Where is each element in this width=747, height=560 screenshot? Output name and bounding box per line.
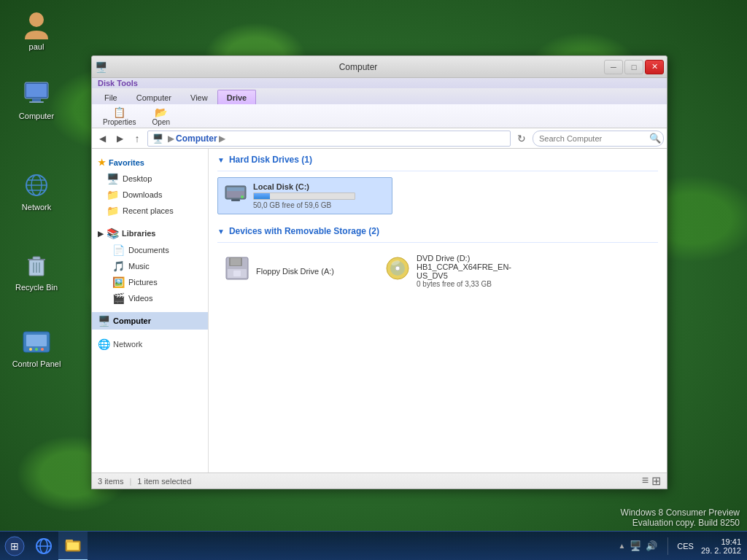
desktop-icon-recycle-bin[interactable]: Recycle Bin [7,248,66,295]
svg-point-19 [35,348,38,351]
removable-section: Devices with Removable Storage (2) [217,226,658,293]
tray-icon-network: 🖥️ [630,540,641,551]
path-computer: Computer [176,133,217,144]
nav-item-desktop[interactable]: 🖥️ Desktop [92,171,208,187]
tab-computer[interactable]: Computer [127,90,181,104]
path-icon: 🖥️ [152,133,163,144]
floppy-icon [224,256,250,286]
ribbon-btn-properties-label: Properties [103,118,136,126]
network-nav-icon: 🌐 [98,338,110,350]
ribbon-toolbar: 📋 Properties 📂 Open [92,104,667,128]
removable-item-floppy[interactable]: Floppy Disk Drive (A:) [217,249,363,293]
details-view-btn[interactable]: ≡ [642,474,649,488]
hard-disk-divider [217,171,658,171]
svg-rect-25 [231,199,240,201]
dvd-info: DVD Drive (D:) HB1_CCPA_X64FRE_EN-US_DV5… [417,254,517,288]
svg-point-18 [29,348,32,351]
removable-header[interactable]: Devices with Removable Storage (2) [217,226,658,236]
hard-disk-header[interactable]: Hard Disk Drives (1) [217,155,658,165]
svg-rect-23 [227,187,244,191]
network-nav-label: Network [113,340,142,349]
address-path[interactable]: 🖥️ ▶ Computer ▶ [147,131,511,147]
selection-status: 1 item selected [137,477,191,486]
pictures-nav-icon: 🖼️ [112,276,124,288]
tab-drive[interactable]: Drive [217,90,257,104]
status-bar: 3 items | 1 item selected ≡ ⊞ [92,472,667,489]
dvd-icon [384,255,411,287]
drive-c-icon [224,183,247,209]
ribbon-btn-properties[interactable]: 📋 Properties [96,104,143,128]
ces-label: CES [674,542,697,551]
title-bar-controls: ─ □ ✕ [604,60,664,74]
dvd-space: 0 bytes free of 3,33 GB [417,280,517,288]
desktop-icon-control-panel[interactable]: Control Panel [7,324,66,371]
maximize-button[interactable]: □ [624,60,643,74]
libraries-header[interactable]: ▶ 📚 Libraries [92,225,208,242]
libraries-list: 📄 Documents 🎵 Music 🖼️ Pictures 🎬 Videos [92,242,208,306]
desktop-icon-paul[interactable]: paul [7,7,66,54]
internet-explorer-taskbar-btn[interactable] [29,532,58,561]
view-controls: ≡ ⊞ [642,474,661,488]
back-button[interactable]: ◀ [95,131,109,146]
start-button[interactable]: ⊞ [0,532,29,561]
tiles-view-btn[interactable]: ⊞ [651,474,661,488]
music-nav-icon: 🎵 [112,260,124,272]
watermark: Windows 8 Consumer Preview Evaluation co… [621,508,740,528]
nav-item-videos[interactable]: 🎬 Videos [98,290,208,306]
desktop: paul Computer Network [0,0,747,560]
title-bar: 🖥️ Computer ─ □ ✕ [92,56,667,78]
svg-point-33 [395,266,400,271]
drive-c-space: 50,0 GB free of 59,6 GB [253,201,355,209]
svg-point-20 [41,348,44,351]
search-icon[interactable]: 🔍 [649,133,661,144]
desktop-nav-label: Desktop [123,174,152,183]
watermark-line1: Windows 8 Consumer Preview [621,508,740,518]
removable-item-dvd[interactable]: DVD Drive (D:) HB1_CCPA_X64FRE_EN-US_DV5… [378,249,524,293]
downloads-nav-label: Downloads [123,190,162,199]
lib-expand-icon: ▶ [98,230,104,238]
tab-view[interactable]: View [181,90,217,104]
tray-icon-volume[interactable]: 🔊 [646,540,657,551]
nav-item-music[interactable]: 🎵 Music [98,258,208,274]
svg-rect-17 [26,335,47,346]
svg-rect-30 [233,271,241,276]
recycle-bin-icon-label: Recycle Bin [15,283,58,292]
favorites-header[interactable]: Favorites [92,155,208,171]
file-explorer-taskbar-btn[interactable] [58,532,88,561]
nav-item-downloads[interactable]: 📁 Downloads [92,187,208,203]
tab-file[interactable]: File [95,90,127,104]
drive-c-progress-bar-bg [253,192,355,200]
status-separator: | [129,477,131,486]
svg-rect-3 [32,98,41,101]
ribbon-btn-open[interactable]: 📂 Open [146,104,177,128]
taskbar-clock[interactable]: 19:41 29. 2. 2012 [701,537,741,555]
drive-item-c[interactable]: Local Disk (C:) 50,0 GB free of 59,6 GB [217,177,392,214]
desktop-icon-computer[interactable]: Computer [7,77,66,123]
refresh-button[interactable]: ↻ [514,131,530,147]
minimize-button[interactable]: ─ [604,60,623,74]
libraries-label: Libraries [122,229,155,238]
search-input[interactable] [533,131,664,147]
tray-expand-arrow[interactable]: ▲ [618,542,625,550]
svg-rect-42 [67,542,79,550]
close-button[interactable]: ✕ [645,60,664,74]
recycle-bin-icon [22,251,51,280]
content-pane: Hard Disk Drives (1) [209,149,667,472]
documents-nav-icon: 📄 [112,244,124,256]
desktop-icon-network[interactable]: Network [7,168,66,214]
open-icon: 📂 [155,106,167,118]
forward-button[interactable]: ▶ [112,131,127,146]
svg-rect-4 [29,101,44,103]
svg-rect-41 [66,540,73,542]
main-area: Favorites 🖥️ Desktop 📁 Downloads 📁 Recen… [92,149,667,472]
nav-item-documents[interactable]: 📄 Documents [98,242,208,258]
nav-item-computer[interactable]: 🖥️ Computer [92,312,208,330]
nav-item-network[interactable]: 🌐 Network [92,335,208,353]
drive-c-progress-fill [254,193,270,199]
computer-nav-label: Computer [113,316,151,325]
up-button[interactable]: ↑ [130,131,144,146]
drive-c-info: Local Disk (C:) 50,0 GB free of 59,6 GB [253,182,355,209]
nav-item-recent[interactable]: 📁 Recent places [92,203,208,219]
computer-icon [22,79,51,109]
nav-item-pictures[interactable]: 🖼️ Pictures [98,274,208,290]
